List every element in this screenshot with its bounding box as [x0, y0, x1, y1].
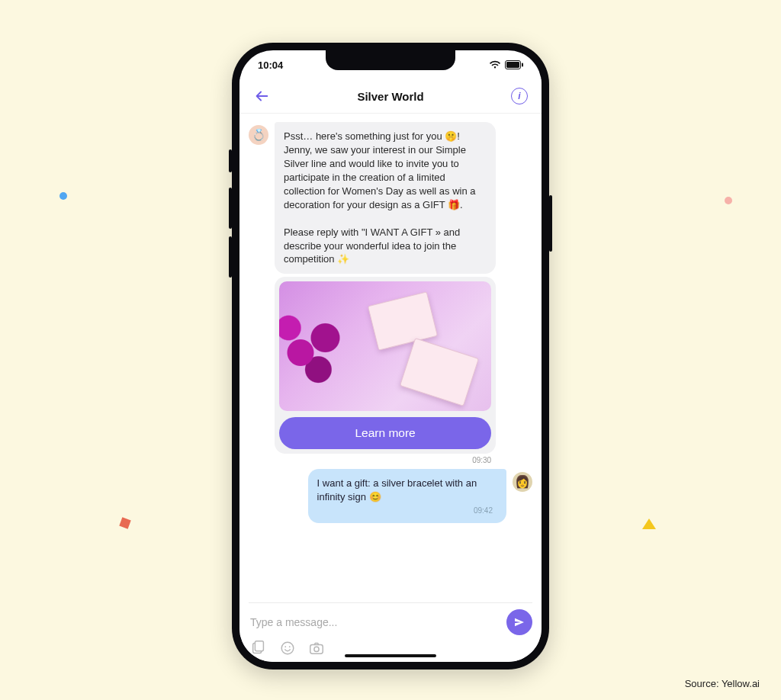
wifi-icon [489, 60, 501, 69]
svg-point-7 [289, 646, 291, 647]
bot-message-row: 💍 Psst… here's something just for you 🤫!… [249, 122, 532, 464]
status-time: 10:04 [258, 59, 283, 71]
phone-silence-switch [229, 149, 232, 172]
phone-notch [326, 50, 455, 70]
bot-card-bubble: Learn more [275, 277, 496, 453]
promo-image [279, 281, 491, 411]
message-input[interactable] [249, 615, 500, 629]
decorative-dot-pink [725, 197, 732, 204]
source-credit: Source: Yellow.ai [685, 678, 760, 689]
camera-icon[interactable] [308, 640, 325, 657]
composer [239, 596, 542, 662]
back-button[interactable] [252, 86, 272, 106]
user-message-row: I want a gift: a silver bracelet with an… [249, 469, 532, 524]
chat-header: Silver World i [239, 79, 542, 114]
chat-title: Silver World [357, 90, 423, 103]
bot-message-text: Psst… here's something just for you 🤫! J… [284, 130, 476, 265]
user-message-text: I want a gift: a silver bracelet with an… [317, 477, 477, 503]
svg-rect-4 [255, 641, 263, 651]
messages-list[interactable]: 💍 Psst… here's something just for you 🤫!… [239, 113, 542, 602]
svg-rect-1 [506, 62, 519, 68]
send-button[interactable] [506, 609, 532, 635]
user-avatar-emoji: 👩 [515, 474, 530, 489]
learn-more-button[interactable]: Learn more [279, 417, 491, 448]
attachment-icon[interactable] [250, 640, 267, 657]
phone-volume-up [229, 188, 232, 229]
bot-avatar: 💍 [249, 125, 268, 145]
phone-volume-down [229, 236, 232, 278]
user-message-timestamp: 09:42 [317, 504, 497, 516]
user-avatar: 👩 [513, 472, 532, 492]
decorative-triangle-yellow [642, 519, 656, 529]
home-indicator [345, 654, 436, 657]
svg-point-9 [314, 647, 319, 651]
svg-rect-2 [522, 63, 523, 67]
phone-screen: 10:04 Silver World i 💍 [239, 50, 542, 662]
decorative-dot-blue [59, 192, 67, 200]
svg-point-5 [281, 642, 294, 654]
decorative-diamond-orange [119, 517, 130, 528]
bot-message-timestamp: 09:30 [472, 454, 496, 464]
bot-message-bubble: Psst… here's something just for you 🤫! J… [275, 122, 496, 274]
sticker-icon[interactable] [279, 640, 296, 657]
ring-icon: 💍 [252, 128, 266, 142]
phone-power-button [549, 195, 552, 252]
phone-frame: 10:04 Silver World i 💍 [232, 43, 549, 669]
svg-rect-8 [310, 644, 323, 653]
info-button[interactable]: i [509, 86, 529, 106]
svg-point-6 [284, 646, 286, 647]
user-message-bubble: I want a gift: a silver bracelet with an… [308, 469, 506, 524]
battery-icon [505, 60, 523, 69]
